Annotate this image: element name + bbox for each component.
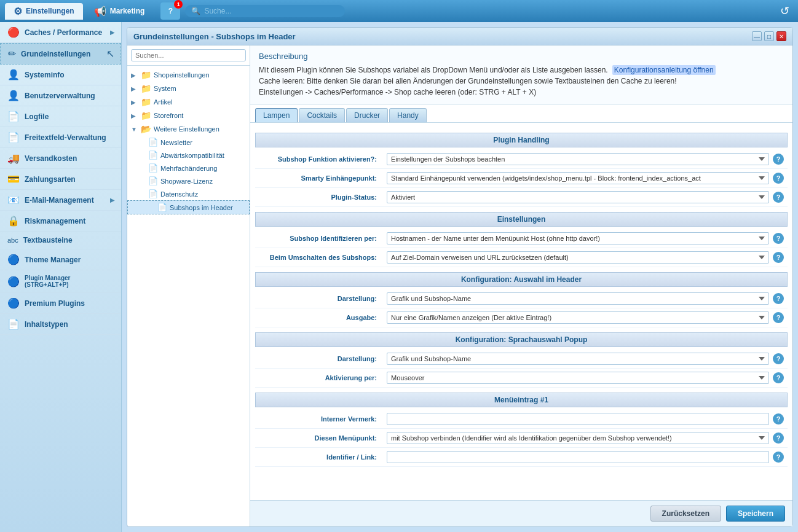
- file-icon: 📄: [148, 163, 158, 173]
- tab-cocktails[interactable]: Cocktails: [299, 108, 345, 122]
- freitextfeld-icon: 📄: [7, 131, 20, 143]
- close-button[interactable]: ✕: [776, 31, 786, 41]
- tree-search-input[interactable]: [131, 49, 246, 61]
- tree-item-shopware[interactable]: 📄 Shopware-Lizenz: [127, 174, 250, 187]
- help-darstellung2[interactable]: ?: [773, 353, 784, 364]
- sidebar-item-premium[interactable]: 🔵 Premium Plugins: [0, 293, 121, 314]
- tree-item-artikel[interactable]: ▶ 📁 Artikel: [127, 95, 250, 109]
- select-smarty[interactable]: Standard Einhängepunkt verwenden (widget…: [387, 172, 769, 184]
- help-darstellung1[interactable]: ?: [773, 293, 784, 304]
- minimize-button[interactable]: —: [752, 31, 762, 41]
- sidebar-item-benutzerverwaltung[interactable]: 👤 Benutzerverwaltung: [0, 85, 121, 106]
- sidebar-item-grundeinstellungen[interactable]: ✏ Grundeinstellungen ↖: [0, 43, 121, 65]
- form-row-aktivierung: Aktivierung per: Mouseover ?: [255, 369, 788, 388]
- sidebar-item-logfile[interactable]: 📄 Logfile: [0, 106, 121, 127]
- help-subshop-funktion[interactable]: ?: [773, 154, 784, 165]
- reset-button[interactable]: Zurücksetzen: [650, 506, 721, 522]
- tree-item-abwaerts[interactable]: 📄 Abwärtskompatibilität: [127, 149, 250, 162]
- input-interner-vermerk[interactable]: [387, 413, 769, 425]
- tab-einstellungen[interactable]: ⚙ Einstellungen: [5, 3, 83, 20]
- email-arrow-icon: ▶: [110, 197, 115, 203]
- tree-item-shopeinstellungen[interactable]: ▶ 📁 Shopeinstellungen: [127, 68, 250, 82]
- config-link[interactable]: Konfigurationsanleitung öffnen: [612, 65, 716, 75]
- premium-icon: 🔵: [7, 297, 20, 309]
- tree-item-newsletter[interactable]: 📄 Newsletter: [127, 136, 250, 149]
- panel-title: Grundeinstellungen - Subshops im Header: [133, 32, 296, 41]
- grundeinstellungen-icon: ✏: [8, 48, 16, 60]
- select-aktivierung[interactable]: Mouseover: [387, 372, 769, 384]
- sidebar-item-textbausteine[interactable]: abc Textbausteine: [0, 232, 121, 249]
- label-subshop-funktion: Subshop Funktion aktivieren?:: [259, 155, 382, 163]
- form-row-darstellung1: Darstellung: Grafik und Subshop-Name ?: [255, 289, 788, 308]
- tree-item-storefront[interactable]: ▶ 📁 Storefront: [127, 109, 250, 122]
- search-input[interactable]: [204, 7, 327, 15]
- tab-drucker[interactable]: Drucker: [346, 108, 388, 122]
- save-button[interactable]: Speichern: [726, 506, 785, 522]
- tree-item-datenschutz[interactable]: 📄 Datenschutz: [127, 187, 250, 200]
- help-diesen-menupunkt[interactable]: ?: [773, 432, 784, 444]
- sidebar-item-systeminfo[interactable]: 👤 Systeminfo: [0, 65, 121, 85]
- select-plugin-status[interactable]: Aktiviert: [387, 191, 769, 203]
- control-diesen-menupunkt: mit Subshop verbinden (Idendifier wird a…: [387, 432, 784, 444]
- sidebar-item-plugin[interactable]: 🔵 Plugin Manager (STRG+ALT+P): [0, 270, 121, 293]
- tree-item-mehrfach[interactable]: 📄 Mehrfachänderung: [127, 162, 250, 174]
- label-diesen-menupunkt: Diesen Menüpunkt:: [259, 434, 382, 442]
- sidebar-item-email[interactable]: 📧 E-Mail-Management ▶: [0, 190, 121, 211]
- tree-item-system[interactable]: ▶ 📁 System: [127, 82, 250, 95]
- select-darstellung2[interactable]: Grafik und Subshop-Name: [387, 353, 769, 365]
- select-subshop-funktion[interactable]: Einstellungen der Subshops beachten: [387, 153, 769, 165]
- plugin-icon: 🔵: [7, 276, 20, 288]
- select-ausgabe[interactable]: Nur eine Grafik/Namen anzeigen (Der akti…: [387, 311, 769, 324]
- tree-label: Subshops im Header: [170, 204, 233, 211]
- tree-panel: ▶ 📁 Shopeinstellungen ▶ 📁 System ▶ 📁: [127, 45, 250, 526]
- label-darstellung2: Darstellung:: [259, 355, 382, 362]
- risk-icon: 🔒: [7, 215, 20, 227]
- help-umschalten[interactable]: ?: [773, 252, 784, 263]
- tree-label: Artikel: [154, 98, 173, 106]
- control-identifier: ?: [387, 451, 784, 463]
- sidebar-item-riskmanagement[interactable]: 🔒 Riskmanagement: [0, 211, 121, 232]
- select-darstellung1[interactable]: Grafik und Subshop-Name: [387, 292, 769, 305]
- form-area: Plugin Handling Subshop Funktion aktivie…: [250, 123, 792, 500]
- text-icon: abc: [7, 237, 18, 244]
- select-umschalten[interactable]: Auf Ziel-Domain verweisen und URL zurück…: [387, 251, 769, 264]
- help-aktivierung[interactable]: ?: [773, 372, 784, 383]
- restore-button[interactable]: □: [764, 31, 774, 41]
- input-identifier[interactable]: [387, 451, 769, 463]
- refresh-button[interactable]: ↺: [776, 2, 793, 20]
- search-icon: 🔍: [191, 7, 200, 15]
- tab-marketing[interactable]: 📢 Marketing: [85, 3, 154, 20]
- control-aktivierung: Mouseover ?: [387, 372, 784, 384]
- select-identifizieren[interactable]: Hostnamen - der Name unter dem Menüpunkt…: [387, 232, 769, 244]
- form-row-umschalten: Beim Umschalten des Subshops: Auf Ziel-D…: [255, 248, 788, 267]
- help-ausgabe[interactable]: ?: [773, 312, 784, 323]
- versandkosten-label: Versandkosten: [25, 154, 77, 163]
- premium-label: Premium Plugins: [25, 299, 85, 308]
- sidebar-item-caches[interactable]: 🔴 Caches / Performance ▶: [0, 22, 121, 43]
- help-identifier[interactable]: ?: [773, 452, 784, 463]
- control-umschalten: Auf Ziel-Domain verweisen und URL zurück…: [387, 251, 784, 264]
- sidebar-item-theme[interactable]: 🔵 Theme Manager: [0, 249, 121, 270]
- tree-content: ▶ 📁 Shopeinstellungen ▶ 📁 System ▶ 📁: [127, 66, 250, 526]
- help-button[interactable]: ? 1: [160, 2, 180, 20]
- logfile-label: Logfile: [25, 112, 49, 121]
- help-plugin-status[interactable]: ?: [773, 192, 784, 203]
- sidebar-item-zahlungsarten[interactable]: 💳 Zahlungsarten: [0, 169, 121, 190]
- panel-body: ▶ 📁 Shopeinstellungen ▶ 📁 System ▶ 📁: [127, 45, 792, 526]
- cursor-icon: ↖: [106, 48, 114, 60]
- select-diesen-menupunkt[interactable]: mit Subshop verbinden (Idendifier wird a…: [387, 432, 769, 444]
- control-interner-vermerk: ?: [387, 413, 784, 425]
- tree-item-subshops[interactable]: 📄 Subshops im Header: [127, 200, 250, 214]
- tree-item-weitere[interactable]: ▼ 📂 Weitere Einstellungen: [127, 122, 250, 136]
- tab-lampen[interactable]: Lampen: [255, 108, 298, 122]
- help-smarty[interactable]: ?: [773, 173, 784, 184]
- sidebar-item-versandkosten[interactable]: 🚚 Versandkosten: [0, 148, 121, 169]
- main-panel: Grundeinstellungen - Subshops im Header …: [127, 27, 793, 527]
- sidebar-item-freitextfeld[interactable]: 📄 Freitextfeld-Verwaltung: [0, 127, 121, 148]
- label-smarty: Smarty Einhängepunkt:: [259, 174, 382, 182]
- sidebar-item-inhaltstypen[interactable]: 📄 Inhaltstypen: [0, 314, 121, 335]
- tab-handy[interactable]: Handy: [389, 108, 427, 122]
- help-identifizieren[interactable]: ?: [773, 233, 784, 244]
- help-interner-vermerk[interactable]: ?: [773, 413, 784, 424]
- systeminfo-icon: 👤: [7, 69, 20, 80]
